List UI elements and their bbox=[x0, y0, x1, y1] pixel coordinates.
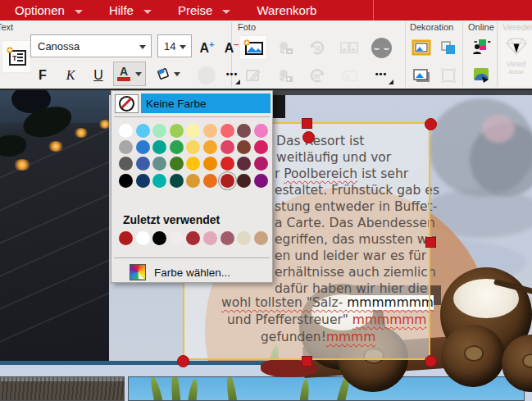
palette-swatch[interactable] bbox=[136, 140, 150, 154]
photo-plus-icon bbox=[243, 39, 264, 56]
deck-photo[interactable] bbox=[0, 90, 109, 370]
palette-swatch[interactable] bbox=[203, 124, 217, 138]
border-frame-icon bbox=[440, 67, 457, 84]
recent-color-swatch[interactable] bbox=[119, 231, 133, 245]
palette-swatch[interactable] bbox=[254, 124, 268, 138]
palette-swatch[interactable] bbox=[237, 140, 251, 154]
photo-shadow-button[interactable] bbox=[409, 63, 434, 88]
blur-faces-button[interactable] bbox=[366, 35, 397, 60]
font-increase-icon: A+ bbox=[200, 39, 215, 56]
add-textbox-button[interactable]: T bbox=[2, 40, 31, 73]
menu-hilfe[interactable]: Hilfe bbox=[101, 3, 142, 17]
sparkle-image-icon bbox=[339, 68, 359, 83]
fill-color-button[interactable] bbox=[151, 62, 184, 86]
palette-swatch[interactable] bbox=[119, 174, 133, 188]
palette-swatch[interactable] bbox=[186, 174, 200, 188]
palette-swatch[interactable] bbox=[136, 157, 150, 171]
font-size-select[interactable]: 14 bbox=[157, 34, 192, 57]
recent-color-swatch[interactable] bbox=[186, 231, 200, 245]
handle-top-right[interactable] bbox=[425, 118, 437, 130]
palette-swatch[interactable] bbox=[186, 140, 200, 154]
palette-swatch[interactable] bbox=[237, 174, 251, 188]
palette-swatch[interactable] bbox=[152, 174, 166, 188]
recent-color-swatch[interactable] bbox=[254, 231, 268, 245]
handle-mid-right[interactable] bbox=[425, 237, 436, 248]
menu-separator bbox=[373, 0, 374, 21]
no-color-swatch[interactable] bbox=[115, 94, 139, 113]
no-color-highlight[interactable]: Keine Farbe bbox=[141, 93, 271, 113]
palette-swatch[interactable] bbox=[221, 140, 234, 154]
palette-swatch[interactable] bbox=[152, 140, 166, 154]
palette-swatch[interactable] bbox=[221, 124, 234, 138]
menu-optionen[interactable]: Optionen bbox=[7, 3, 73, 17]
recent-color-swatch[interactable] bbox=[136, 231, 150, 245]
chevron-down-icon[interactable] bbox=[75, 10, 83, 14]
recent-colors-title: Zuletzt verwendet bbox=[123, 213, 220, 226]
palette-swatch[interactable] bbox=[203, 157, 217, 171]
palette-swatch[interactable] bbox=[186, 157, 200, 171]
flower-haze bbox=[482, 115, 515, 143]
palette-swatch[interactable] bbox=[254, 174, 268, 188]
palette-swatch[interactable] bbox=[203, 140, 217, 154]
deck-lamp bbox=[74, 128, 89, 138]
recent-color-swatch[interactable] bbox=[203, 231, 217, 245]
recent-color-swatch[interactable] bbox=[221, 231, 234, 245]
overlap-order-button[interactable] bbox=[436, 35, 461, 60]
palette-swatch[interactable] bbox=[254, 140, 268, 154]
font-color-button[interactable]: A bbox=[113, 62, 146, 86]
edit-photo-button bbox=[239, 63, 267, 88]
palette-swatch[interactable] bbox=[170, 140, 184, 154]
palette-swatch[interactable] bbox=[254, 157, 268, 171]
bold-button[interactable]: F bbox=[31, 63, 54, 88]
font-family-select[interactable]: Canossa bbox=[30, 34, 152, 57]
swap-photos-button bbox=[335, 35, 363, 60]
palette-swatch[interactable] bbox=[119, 124, 133, 138]
thatch-roof-photo[interactable] bbox=[0, 376, 125, 401]
palette-swatch[interactable] bbox=[152, 124, 166, 138]
font-color-dropdown[interactable]: Keine Farbe Zuletzt verwendet Farbe wähl… bbox=[111, 90, 273, 283]
menu-warenkorb[interactable]: Warenkorb bbox=[248, 3, 325, 17]
recent-color-swatch[interactable] bbox=[152, 231, 166, 245]
menu-preise[interactable]: Preise bbox=[170, 3, 221, 17]
no-color-option[interactable]: Keine Farbe bbox=[115, 93, 271, 113]
palette-swatch[interactable] bbox=[119, 140, 133, 154]
photo-zoom-in-button bbox=[271, 63, 299, 88]
palette-swatch[interactable] bbox=[203, 174, 217, 188]
deck-lamp bbox=[98, 120, 109, 129]
palette-swatch[interactable] bbox=[186, 124, 200, 138]
palette-swatch[interactable] bbox=[119, 157, 133, 171]
palette-swatch[interactable] bbox=[221, 157, 234, 171]
font-size-value: 14 bbox=[158, 40, 175, 52]
increase-font-button[interactable]: A+ bbox=[196, 35, 218, 60]
palette-swatch[interactable] bbox=[237, 157, 251, 171]
photo-frame-button[interactable] bbox=[409, 35, 434, 60]
palette-swatch[interactable] bbox=[237, 124, 251, 138]
veredelungen-panel: Vered ausw bbox=[500, 30, 532, 86]
palette-swatch[interactable] bbox=[152, 157, 166, 171]
palette-swatch[interactable] bbox=[170, 124, 184, 138]
section-label-text: Text bbox=[0, 22, 13, 32]
palette-swatch[interactable] bbox=[170, 174, 184, 188]
handle-top-mid[interactable] bbox=[302, 118, 312, 129]
handle-bottom-left[interactable] bbox=[177, 355, 189, 367]
photo-more-button[interactable]: ••• bbox=[366, 63, 397, 88]
choose-color-option[interactable]: Farbe wählen... bbox=[121, 264, 230, 280]
palette-swatch[interactable] bbox=[136, 174, 150, 188]
palette-swatch[interactable] bbox=[170, 157, 184, 171]
chevron-down-icon[interactable] bbox=[143, 10, 152, 14]
upload-image-button[interactable] bbox=[467, 63, 495, 88]
recent-color-swatch[interactable] bbox=[237, 231, 251, 245]
palette-swatch[interactable] bbox=[136, 124, 150, 138]
add-photo-button[interactable] bbox=[239, 35, 267, 60]
handle-bottom-right[interactable] bbox=[425, 355, 437, 367]
share-online-button[interactable] bbox=[467, 35, 495, 60]
chevron-down-icon[interactable] bbox=[222, 10, 230, 14]
face-blur-icon bbox=[371, 38, 392, 58]
recent-color-swatch[interactable] bbox=[170, 231, 184, 245]
handle-rotate[interactable] bbox=[302, 131, 315, 144]
italic-button[interactable]: K bbox=[59, 63, 82, 88]
palette-swatch[interactable] bbox=[221, 174, 234, 188]
dark-tree-block bbox=[272, 95, 285, 118]
underline-button[interactable]: U bbox=[87, 63, 110, 88]
handle-bottom-mid[interactable] bbox=[302, 356, 312, 367]
